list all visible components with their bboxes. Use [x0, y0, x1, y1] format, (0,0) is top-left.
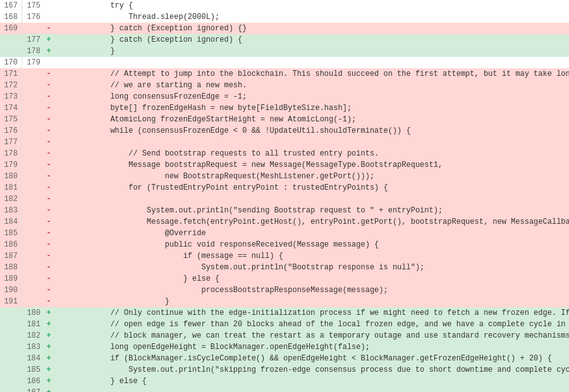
line-num-new — [22, 285, 44, 296]
code-content: processBootstrapResponseMessage(message)… — [53, 285, 569, 296]
line-num-new — [22, 205, 44, 216]
diff-marker: + — [44, 330, 53, 341]
table-row: 172- // we are starting a new mesh. — [0, 80, 569, 91]
line-num-new: 180 — [22, 307, 44, 319]
line-num-new: 184 — [22, 353, 44, 364]
table-row: 178- // Send bootstrap requests to all t… — [0, 148, 569, 159]
code-content: System.out.println("sending Bootstrap re… — [53, 205, 569, 216]
code-content: // we are starting a new mesh. — [53, 80, 569, 91]
line-num-old: 186 — [0, 239, 22, 250]
code-content — [53, 193, 569, 205]
line-num-old — [0, 319, 22, 330]
code-content: byte[] frozenEdgeHash = new byte[FieldBy… — [53, 102, 569, 114]
line-num-new — [22, 250, 44, 262]
line-num-new: 187 — [22, 387, 44, 392]
code-content — [53, 387, 569, 392]
table-row: 186+ } else { — [0, 376, 569, 387]
diff-marker: - — [44, 285, 53, 296]
code-content — [53, 57, 569, 68]
table-row: 174- byte[] frozenEdgeHash = new byte[Fi… — [0, 102, 569, 114]
line-num-old: 178 — [0, 148, 22, 159]
line-num-old: 176 — [0, 125, 22, 137]
table-row: 187+ — [0, 387, 569, 392]
table-row: 170179 — [0, 57, 569, 68]
diff-marker: - — [44, 273, 53, 285]
code-content: // Send bootstrap requests to all truste… — [53, 148, 569, 159]
table-row: 184+ if (BlockManager.isCycleComplete() … — [0, 353, 569, 364]
code-content: public void responseReceived(Message mes… — [53, 239, 569, 250]
line-num-new — [22, 114, 44, 125]
table-row: 187- if (message == null) { — [0, 250, 569, 262]
table-row: 173- long consensusFrozenEdge = -1; — [0, 91, 569, 102]
line-num-old: 183 — [0, 205, 22, 216]
table-row: 179- Message bootstrapRequest = new Mess… — [0, 159, 569, 171]
table-row: 178+ } — [0, 46, 569, 57]
table-row: 180+ // Only continue with the edge-init… — [0, 307, 569, 319]
code-content: Message.fetch(entryPoint.getHost(), entr… — [53, 216, 569, 228]
table-row: 185- @Override — [0, 228, 569, 239]
diff-marker: - — [44, 239, 53, 250]
code-content: System.out.println("skipping frozen-edge… — [53, 364, 569, 376]
table-row: 177- — [0, 137, 569, 148]
diff-marker: + — [44, 34, 53, 46]
line-num-new: 183 — [22, 341, 44, 353]
diff-marker: - — [44, 182, 53, 193]
line-num-old — [0, 387, 22, 392]
table-row: 181- for (TrustedEntryPoint entryPoint :… — [0, 182, 569, 193]
line-num-old: 167 — [0, 0, 22, 11]
code-content: if (message == null) { — [53, 250, 569, 262]
diff-marker: - — [44, 159, 53, 171]
line-num-old: 173 — [0, 91, 22, 102]
code-content: for (TrustedEntryPoint entryPoint : trus… — [53, 182, 569, 193]
diff-marker: - — [44, 114, 53, 125]
diff-marker: - — [44, 216, 53, 228]
line-num-new: 176 — [22, 11, 44, 23]
diff-marker: + — [44, 376, 53, 387]
table-row: 181+ // open edge is fewer than 20 block… — [0, 319, 569, 330]
line-num-new: 182 — [22, 330, 44, 341]
line-num-old: 171 — [0, 68, 22, 80]
line-num-new — [22, 91, 44, 102]
line-num-new: 185 — [22, 364, 44, 376]
line-num-new — [22, 137, 44, 148]
code-content: AtomicLong frozenEdgeStartHeight = new A… — [53, 114, 569, 125]
line-num-old: 184 — [0, 216, 22, 228]
line-num-old: 189 — [0, 273, 22, 285]
line-num-old — [0, 364, 22, 376]
code-content: } — [53, 46, 569, 57]
table-row: 184- Message.fetch(entryPoint.getHost(),… — [0, 216, 569, 228]
line-num-new: 175 — [22, 0, 44, 11]
line-num-old: 190 — [0, 285, 22, 296]
code-content: // open edge is fewer than 20 blocks ahe… — [53, 319, 569, 330]
table-row: 175- AtomicLong frozenEdgeStartHeight = … — [0, 114, 569, 125]
line-num-old: 188 — [0, 262, 22, 273]
code-content: } catch (Exception ignored) {​} — [53, 23, 569, 34]
table-row: 176- while (consensusFrozenEdge < 0 && !… — [0, 125, 569, 137]
line-num-old — [0, 341, 22, 353]
table-row: 186- public void responseReceived(Messag… — [0, 239, 569, 250]
line-num-old: 170 — [0, 57, 22, 68]
code-content: Message bootstrapRequest = new Message(M… — [53, 159, 569, 171]
diff-marker: + — [44, 319, 53, 330]
table-row: 177+ } catch (Exception ignored) { — [0, 34, 569, 46]
diff-marker: - — [44, 125, 53, 137]
line-num-old: 169 — [0, 23, 22, 34]
table-row: 188- System.out.println("Bootstrap respo… — [0, 262, 569, 273]
line-num-new: 186 — [22, 376, 44, 387]
line-num-old: 182 — [0, 193, 22, 205]
line-num-old — [0, 46, 22, 57]
code-content: try { — [53, 0, 569, 11]
table-row: 168176 Thread.sleep(2000L); — [0, 11, 569, 23]
line-num-new — [22, 102, 44, 114]
line-num-old: 180 — [0, 171, 22, 182]
diff-marker: - — [44, 193, 53, 205]
diff-marker: - — [44, 137, 53, 148]
code-content: } else { — [53, 376, 569, 387]
line-num-new — [22, 296, 44, 307]
table-row: 171- // Attempt to jump into the blockch… — [0, 68, 569, 80]
line-num-new — [22, 23, 44, 34]
table-row: 185+ System.out.println("skipping frozen… — [0, 364, 569, 376]
diff-marker: - — [44, 102, 53, 114]
line-num-old: 172 — [0, 80, 22, 91]
code-content: System.out.println("Bootstrap response i… — [53, 262, 569, 273]
